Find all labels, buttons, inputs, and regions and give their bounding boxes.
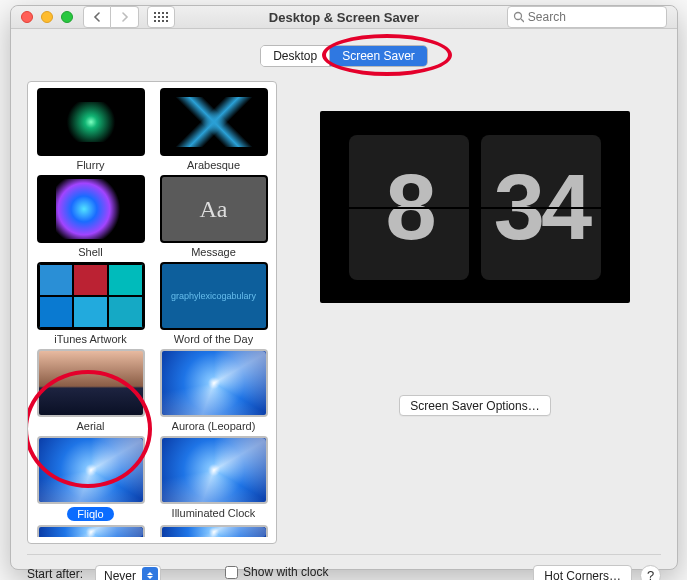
minimize-button[interactable]	[41, 11, 53, 23]
saver-word-of-the-day[interactable]: graphylexicogabulary Word of the Day	[155, 262, 272, 345]
show-with-clock-checkbox[interactable]: Show with clock	[225, 565, 380, 579]
svg-rect-1	[158, 12, 160, 14]
saver-extra-1[interactable]	[32, 525, 149, 537]
svg-rect-8	[154, 20, 156, 22]
prefs-window: Desktop & Screen Saver Desktop Screen Sa…	[10, 5, 678, 570]
saver-itunes-artwork[interactable]: iTunes Artwork	[32, 262, 149, 345]
saver-extra-2[interactable]	[155, 525, 272, 537]
close-button[interactable]	[21, 11, 33, 23]
saver-shell[interactable]: Shell	[32, 175, 149, 258]
svg-rect-9	[158, 20, 160, 22]
screensaver-preview: 8 34	[320, 111, 630, 303]
svg-point-12	[515, 13, 522, 20]
screen-saver-options-button[interactable]: Screen Saver Options…	[399, 395, 550, 416]
back-button[interactable]	[83, 6, 111, 28]
forward-button[interactable]	[111, 6, 139, 28]
svg-line-13	[521, 19, 524, 22]
saver-aurora-leopard[interactable]: Aurora (Leopard)	[155, 349, 272, 432]
footer-controls: Start after: Never Show with clock Use r…	[27, 554, 661, 580]
grid-icon	[154, 12, 168, 22]
svg-rect-2	[162, 12, 164, 14]
hot-corners-button[interactable]: Hot Corners…	[533, 565, 632, 580]
tab-desktop[interactable]: Desktop	[261, 46, 329, 66]
search-icon	[513, 11, 524, 23]
svg-rect-11	[166, 20, 168, 22]
saver-list[interactable]: Flurry Arabesque Shell Aa Message	[27, 81, 277, 544]
svg-rect-6	[162, 16, 164, 18]
svg-rect-4	[154, 16, 156, 18]
saver-flurry[interactable]: Flurry	[32, 88, 149, 171]
saver-aerial[interactable]: Aerial	[32, 349, 149, 432]
svg-rect-7	[166, 16, 168, 18]
help-button[interactable]: ?	[640, 565, 661, 580]
preview-pane: 8 34 Screen Saver Options…	[289, 81, 661, 544]
start-after-label: Start after:	[27, 567, 83, 580]
clock-minute: 34	[481, 135, 601, 280]
start-after-select[interactable]: Never	[95, 565, 161, 580]
tab-bar: Desktop Screen Saver	[27, 45, 661, 67]
svg-rect-5	[158, 16, 160, 18]
select-stepper-icon	[142, 567, 158, 580]
window-controls	[21, 11, 73, 23]
saver-message[interactable]: Aa Message	[155, 175, 272, 258]
tab-screen-saver[interactable]: Screen Saver	[329, 46, 427, 66]
svg-rect-10	[162, 20, 164, 22]
titlebar: Desktop & Screen Saver	[11, 6, 677, 29]
chevron-right-icon	[121, 12, 129, 22]
chevron-left-icon	[93, 12, 101, 22]
saver-fliqlo[interactable]: Fliqlo	[32, 436, 149, 521]
clock-hour: 8	[349, 135, 469, 280]
search-field[interactable]	[507, 6, 667, 28]
selected-saver-label: Fliqlo	[67, 507, 113, 521]
svg-rect-3	[166, 12, 168, 14]
search-input[interactable]	[528, 10, 661, 24]
saver-arabesque[interactable]: Arabesque	[155, 88, 272, 171]
zoom-button[interactable]	[61, 11, 73, 23]
content-area: Desktop Screen Saver Flurry Arabesque	[11, 29, 677, 580]
show-all-button[interactable]	[147, 6, 175, 28]
saver-illuminated-clock[interactable]: Illuminated Clock	[155, 436, 272, 521]
nav-back-forward	[83, 6, 139, 28]
svg-rect-0	[154, 12, 156, 14]
